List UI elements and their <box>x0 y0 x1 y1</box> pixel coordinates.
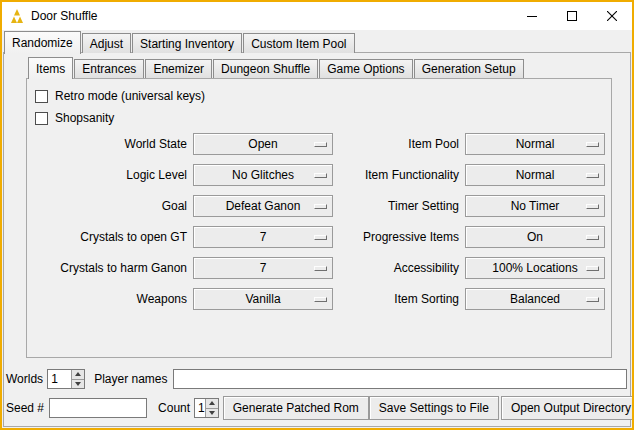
maximize-button[interactable] <box>552 2 592 30</box>
dropdown-value: Vanilla <box>245 292 280 306</box>
crystals-ganon-dropdown[interactable]: 7 <box>193 257 333 279</box>
dropdown-value: Balanced <box>510 292 560 306</box>
crystals-gt-label: Crystals to open GT <box>35 226 187 248</box>
tab-generation-setup[interactable]: Generation Setup <box>414 59 524 78</box>
tab-enemizer[interactable]: Enemizer <box>145 59 212 78</box>
dropdown-value: Normal <box>516 137 555 151</box>
weapons-dropdown[interactable]: Vanilla <box>193 288 333 310</box>
dropdown-value: Open <box>248 137 277 151</box>
item-sorting-label: Item Sorting <box>339 288 459 310</box>
tab-label: Enemizer <box>153 62 204 76</box>
player-names-input[interactable] <box>173 369 628 389</box>
count-label: Count <box>158 401 190 415</box>
tab-label: Items <box>36 62 65 76</box>
titlebar: Door Shuffle <box>2 2 632 30</box>
accessibility-label: Accessibility <box>339 257 459 279</box>
dropdown-value: 7 <box>260 261 267 275</box>
dropdown-value: 7 <box>260 230 267 244</box>
dropdown-value: Defeat Ganon <box>226 199 301 213</box>
menu-indicator-icon <box>586 297 599 302</box>
worlds-row: Worlds 1 Player names <box>6 368 627 390</box>
outer-tab-bar: Randomize Adjust Starting Inventory Cust… <box>4 31 356 53</box>
crystals-gt-dropdown[interactable]: 7 <box>193 226 333 248</box>
count-value: 1 <box>195 399 205 417</box>
tab-dungeon-shuffle[interactable]: Dungeon Shuffle <box>213 59 318 78</box>
dropdown-value: On <box>527 230 543 244</box>
seed-input[interactable] <box>49 398 147 418</box>
player-names-label: Player names <box>94 372 167 386</box>
menu-indicator-icon <box>586 204 599 209</box>
dropdown-value: 100% Locations <box>492 261 577 275</box>
accessibility-dropdown[interactable]: 100% Locations <box>465 257 605 279</box>
retro-mode-checkbox[interactable]: Retro mode (universal keys) <box>35 85 611 107</box>
spin-arrows <box>205 399 218 417</box>
items-pane: Retro mode (universal keys) Shopsanity W… <box>26 78 612 358</box>
world-state-dropdown[interactable]: Open <box>193 133 333 155</box>
menu-indicator-icon <box>314 266 327 271</box>
item-pool-label: Item Pool <box>339 133 459 155</box>
progressive-items-dropdown[interactable]: On <box>465 226 605 248</box>
tab-items[interactable]: Items <box>28 57 73 79</box>
spin-down-icon[interactable] <box>71 379 84 389</box>
tab-randomize[interactable]: Randomize <box>4 31 81 54</box>
tab-label: Starting Inventory <box>140 37 234 51</box>
spin-up-icon[interactable] <box>71 370 84 379</box>
checkbox-label: Retro mode (universal keys) <box>55 89 205 103</box>
generate-patched-rom-button[interactable]: Generate Patched Rom <box>223 396 369 420</box>
timer-setting-dropdown[interactable]: No Timer <box>465 195 605 217</box>
weapons-label: Weapons <box>35 288 187 310</box>
world-state-label: World State <box>35 133 187 155</box>
tab-label: Custom Item Pool <box>251 37 346 51</box>
minimize-button[interactable] <box>512 2 552 30</box>
menu-indicator-icon <box>314 173 327 178</box>
checkbox-label: Shopsanity <box>55 111 114 125</box>
menu-indicator-icon <box>586 142 599 147</box>
worlds-value: 1 <box>48 370 71 388</box>
tab-adjust[interactable]: Adjust <box>82 33 131 53</box>
tab-game-options[interactable]: Game Options <box>319 59 412 78</box>
spin-up-icon[interactable] <box>205 399 218 408</box>
inner-tab-bar: Items Entrances Enemizer Dungeon Shuffle… <box>28 58 525 78</box>
timer-setting-label: Timer Setting <box>339 195 459 217</box>
goal-label: Goal <box>35 195 187 217</box>
item-functionality-label: Item Functionality <box>339 164 459 186</box>
tab-label: Game Options <box>327 62 404 76</box>
shopsanity-checkbox[interactable]: Shopsanity <box>35 107 611 129</box>
menu-indicator-icon <box>586 235 599 240</box>
tab-entrances[interactable]: Entrances <box>74 59 144 78</box>
logic-level-label: Logic Level <box>35 164 187 186</box>
window: Door Shuffle Randomize Adjust Starting I… <box>0 0 634 430</box>
seed-label: Seed # <box>6 401 44 415</box>
item-functionality-dropdown[interactable]: Normal <box>465 164 605 186</box>
menu-indicator-icon <box>314 297 327 302</box>
options-grid: World State Open Item Pool Normal Logic … <box>35 133 611 310</box>
dropdown-value: No Glitches <box>232 168 294 182</box>
count-spinbox[interactable]: 1 <box>194 398 219 418</box>
open-output-directory-button[interactable]: Open Output Directory <box>501 396 634 420</box>
logic-level-dropdown[interactable]: No Glitches <box>193 164 333 186</box>
tab-label: Entrances <box>82 62 136 76</box>
tab-custom-item-pool[interactable]: Custom Item Pool <box>243 33 354 53</box>
worlds-label: Worlds <box>6 372 43 386</box>
tab-starting-inventory[interactable]: Starting Inventory <box>132 33 242 53</box>
crystals-ganon-label: Crystals to harm Ganon <box>35 257 187 279</box>
progressive-items-label: Progressive Items <box>339 226 459 248</box>
item-pool-dropdown[interactable]: Normal <box>465 133 605 155</box>
spin-arrows <box>71 370 84 388</box>
menu-indicator-icon <box>586 173 599 178</box>
spin-down-icon[interactable] <box>205 408 218 418</box>
goal-dropdown[interactable]: Defeat Ganon <box>193 195 333 217</box>
tab-label: Randomize <box>12 36 73 50</box>
menu-indicator-icon <box>314 235 327 240</box>
seed-row: Seed # Count 1 Generate Patched Rom Save… <box>6 396 627 420</box>
dropdown-value: Normal <box>516 168 555 182</box>
dropdown-value: No Timer <box>511 199 560 213</box>
checkbox-box[interactable] <box>35 90 48 103</box>
window-controls <box>512 2 632 30</box>
item-sorting-dropdown[interactable]: Balanced <box>465 288 605 310</box>
worlds-spinbox[interactable]: 1 <box>47 369 85 389</box>
checkbox-box[interactable] <box>35 112 48 125</box>
close-button[interactable] <box>592 2 632 30</box>
menu-indicator-icon <box>314 142 327 147</box>
save-settings-button[interactable]: Save Settings to File <box>369 396 499 420</box>
